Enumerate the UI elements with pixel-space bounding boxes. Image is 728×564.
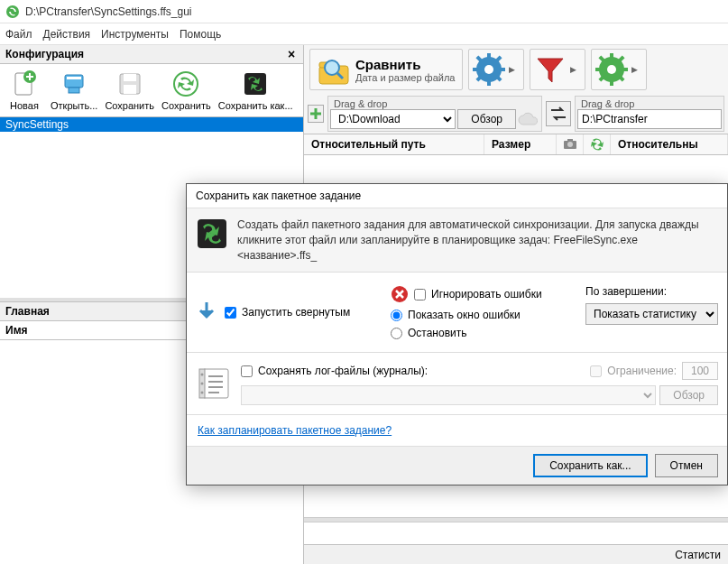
- save-as-sync-label: Сохранить: [161, 100, 211, 111]
- drag-label-right: Drag & drop: [577, 98, 722, 109]
- statusbar: Статисти: [304, 544, 728, 564]
- dialog-title: Сохранить как пакетное задание: [187, 184, 727, 208]
- col-relative-path[interactable]: Относительный путь: [304, 134, 484, 154]
- compare-button[interactable]: Сравнить Дата и размер файла: [309, 49, 463, 90]
- compare-settings-button[interactable]: ▶: [468, 49, 524, 90]
- col-camera-icon[interactable]: [557, 134, 584, 154]
- menu-help[interactable]: Помощь: [180, 28, 221, 41]
- drag-label-left: Drag & drop: [330, 98, 539, 109]
- compare-icon: [318, 53, 350, 86]
- titlebar: D:\PCtransfer\SyncSettings.ffs_gui: [0, 0, 728, 23]
- svg-point-48: [201, 392, 204, 394]
- grid-header: Относительный путь Размер Относительны: [304, 134, 728, 155]
- save-as-button[interactable]: Сохранить как...: [533, 454, 647, 477]
- right-path-group: Drag & drop: [575, 96, 724, 132]
- svg-rect-40: [203, 369, 228, 398]
- chevron-right-icon: ▶: [631, 65, 642, 74]
- show-error-radio[interactable]: Показать окно ошибки: [391, 309, 571, 321]
- menu-tools[interactable]: Инструменты: [101, 28, 169, 41]
- open-icon: [60, 69, 88, 98]
- stop-label: Остановить: [408, 327, 467, 339]
- right-path-input[interactable]: [577, 109, 722, 129]
- new-button[interactable]: Новая: [2, 68, 47, 113]
- app-icon: [5, 5, 20, 19]
- limit-value-input: [682, 362, 718, 380]
- save-icon: [115, 69, 144, 98]
- svg-rect-27: [610, 53, 613, 60]
- col-sync-icon[interactable]: [584, 134, 611, 154]
- on-complete-select[interactable]: Показать статистику: [585, 303, 718, 325]
- error-icon: [391, 285, 409, 303]
- svg-point-16: [484, 65, 493, 74]
- close-icon[interactable]: ×: [285, 48, 298, 60]
- swap-button[interactable]: [546, 101, 571, 126]
- limit-checkbox: Ограничение:: [590, 362, 718, 380]
- on-complete-label: По завершении:: [585, 285, 718, 298]
- stop-input[interactable]: [391, 328, 402, 339]
- log-icon: [196, 365, 232, 402]
- menu-file[interactable]: Файл: [5, 28, 32, 41]
- open-button[interactable]: Открыть...: [47, 68, 101, 113]
- show-error-label: Показать окно ошибки: [408, 309, 521, 321]
- log-browse-button: Обзор: [659, 385, 718, 405]
- stop-radio[interactable]: Остановить: [391, 327, 571, 339]
- ignore-errors-input[interactable]: [414, 289, 426, 300]
- run-minimized-checkbox[interactable]: Запустить свернутым: [225, 306, 350, 319]
- save-as-batch-label: Сохранить как...: [218, 100, 293, 111]
- svg-rect-7: [124, 74, 136, 81]
- left-browse-button[interactable]: Обзор: [457, 109, 516, 129]
- config-toolbar: Новая Открыть... Сохранить Сохранить: [0, 64, 303, 117]
- limit-label: Ограничение:: [607, 365, 677, 377]
- col-size[interactable]: Размер: [484, 134, 557, 154]
- limit-input-check: [590, 365, 602, 377]
- ignore-errors-checkbox[interactable]: Игнорировать ошибки: [414, 288, 542, 300]
- open-label: Открыть...: [51, 100, 97, 111]
- ignore-errors-label: Игнорировать ошибки: [431, 288, 542, 300]
- compare-title: Сравнить: [355, 57, 455, 72]
- main-toolbar: Сравнить Дата и размер файла ▶ ▶: [304, 45, 728, 94]
- add-pair-button[interactable]: [308, 105, 324, 123]
- svg-point-46: [201, 374, 204, 376]
- svg-rect-29: [595, 68, 603, 71]
- save-logs-input[interactable]: [241, 365, 253, 377]
- svg-rect-4: [69, 88, 79, 93]
- save-as-batch-icon: [241, 69, 270, 98]
- dialog-help-link-row: Как запланировать пакетное задание?: [187, 415, 727, 446]
- menu-actions[interactable]: Действия: [43, 28, 91, 41]
- left-path-input[interactable]: D:\Download: [330, 109, 456, 129]
- svg-point-36: [567, 142, 573, 147]
- svg-rect-8: [124, 85, 136, 94]
- sync-settings-button[interactable]: ▶: [591, 49, 647, 90]
- left-path-group: Drag & drop D:\Download Обзор: [327, 96, 542, 132]
- dialog-log-section: Сохранять лог-файлы (журналы): Ограничен…: [187, 353, 727, 415]
- save-button[interactable]: Сохранить: [101, 68, 158, 113]
- window-title: D:\PCtransfer\SyncSettings.ffs_gui: [25, 5, 192, 18]
- svg-rect-20: [498, 68, 505, 71]
- filter-button[interactable]: ▶: [530, 49, 585, 90]
- menubar: Файл Действия Инструменты Помощь: [0, 23, 728, 45]
- new-label: Новая: [10, 100, 39, 111]
- svg-point-9: [174, 72, 198, 96]
- run-minimized-input[interactable]: [225, 307, 236, 319]
- svg-point-47: [201, 383, 204, 385]
- save-as-sync-button[interactable]: Сохранить: [158, 68, 215, 113]
- schedule-help-link[interactable]: Как запланировать пакетное задание?: [198, 424, 392, 437]
- dialog-info-bar: Создать файл пакетного задания для автом…: [187, 208, 727, 273]
- cloud-icon[interactable]: [518, 109, 539, 129]
- col-relative-path-right[interactable]: Относительны: [611, 134, 728, 154]
- save-logs-checkbox[interactable]: Сохранять лог-файлы (журналы):: [241, 365, 428, 377]
- svg-rect-17: [487, 53, 491, 60]
- arrow-down-icon: [196, 300, 217, 325]
- show-error-input[interactable]: [391, 310, 402, 321]
- path-row: Drag & drop D:\Download Обзор Drag & dro…: [304, 94, 728, 134]
- svg-rect-10: [244, 73, 266, 95]
- svg-rect-37: [567, 139, 573, 142]
- cancel-button[interactable]: Отмен: [655, 454, 718, 477]
- config-header-label: Конфигурация: [5, 48, 84, 60]
- gear-green-icon: [595, 53, 628, 86]
- svg-rect-19: [473, 68, 480, 71]
- save-as-batch-button[interactable]: Сохранить как...: [215, 68, 297, 113]
- chevron-right-icon: ▶: [509, 65, 520, 74]
- compare-subtitle: Дата и размер файла: [355, 72, 455, 83]
- config-item[interactable]: SyncSettings: [0, 117, 303, 132]
